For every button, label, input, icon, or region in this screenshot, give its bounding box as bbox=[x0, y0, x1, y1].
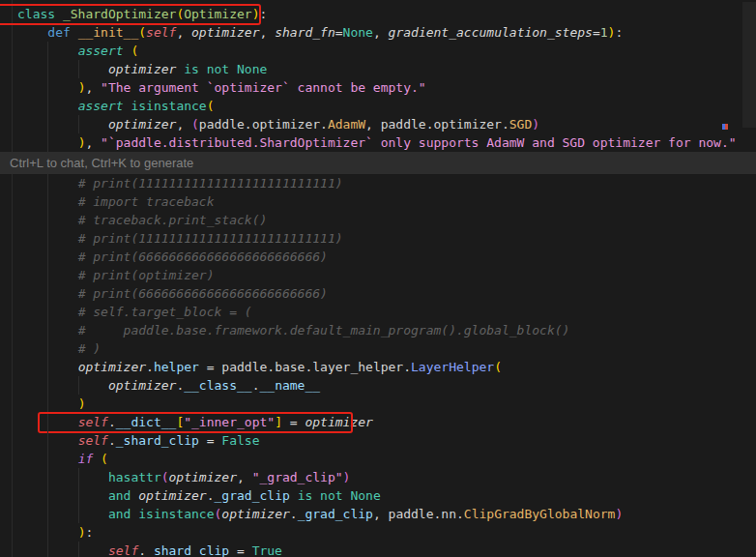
code-line: # paddle.base.framework.default_main_pro… bbox=[0, 321, 756, 339]
code-token: , bbox=[85, 135, 101, 150]
code-token bbox=[17, 488, 108, 503]
code-token: . bbox=[207, 488, 215, 503]
code-line: # print(11111111111111111111111111) bbox=[0, 174, 756, 192]
code-line: optimizer, (paddle.optimizer.AdamW, padd… bbox=[0, 115, 756, 133]
code-line: if ( bbox=[0, 450, 756, 468]
indent-guide bbox=[47, 303, 48, 321]
code-token bbox=[17, 543, 108, 557]
code-token: = bbox=[199, 433, 221, 448]
code-token: and bbox=[108, 507, 131, 521]
code-token bbox=[17, 507, 108, 521]
indent-guide bbox=[47, 523, 48, 542]
code-token: assert bbox=[78, 44, 124, 58]
code-token: # import traceback bbox=[78, 194, 215, 209]
code-token: "The argument `optimizer` cannot be empt… bbox=[101, 80, 426, 95]
indent-guide bbox=[47, 376, 48, 395]
code-token: self bbox=[108, 543, 138, 557]
code-token: = bbox=[593, 25, 600, 40]
code-token bbox=[229, 62, 237, 76]
code-token: = paddle.base.layer_helper. bbox=[199, 360, 411, 374]
indent-guide bbox=[47, 395, 48, 413]
code-token: ( bbox=[138, 25, 146, 40]
code-token: # print(666666666666666666666666) bbox=[78, 249, 328, 264]
code-line: # traceback.print_stack() bbox=[0, 211, 756, 229]
code-line: # print(11111111111111111111111111) bbox=[0, 229, 756, 248]
code-token: Optimizer bbox=[184, 7, 251, 21]
code-token: is bbox=[184, 62, 199, 76]
code-line: self._shard_clip = False bbox=[0, 431, 756, 450]
code-line: assert ( bbox=[0, 42, 756, 60]
code-token: __dict__ bbox=[116, 415, 177, 429]
indent-guide bbox=[78, 376, 79, 395]
code-token bbox=[17, 62, 108, 76]
code-line: # self.target_block = ( bbox=[0, 303, 756, 321]
code-token: _shard_clip bbox=[116, 433, 199, 448]
code-token: , bbox=[373, 25, 389, 40]
code-token: # paddle.base.framework.default_main_pro… bbox=[78, 323, 570, 337]
code-token: gradient_accumulation_steps bbox=[389, 25, 593, 40]
code-token bbox=[55, 7, 63, 21]
code-token bbox=[17, 378, 108, 393]
indent-guide bbox=[47, 42, 48, 60]
indent-guide bbox=[47, 211, 48, 229]
code-token: . bbox=[146, 360, 154, 374]
indent-guide bbox=[47, 321, 48, 339]
code-token: True bbox=[252, 543, 282, 557]
code-line: # ) bbox=[0, 339, 756, 358]
indent-guide bbox=[78, 468, 79, 486]
code-token: self bbox=[78, 433, 108, 448]
code-token: optimizer bbox=[305, 415, 372, 429]
code-area[interactable]: class _ShardOptimizer(Optimizer): def __… bbox=[0, 0, 756, 557]
code-token: = bbox=[335, 25, 343, 40]
code-line: # import traceback bbox=[0, 192, 756, 211]
code-line: optimizer.helper = paddle.base.layer_hel… bbox=[0, 358, 756, 376]
code-token: SGD bbox=[509, 117, 532, 132]
code-token: False bbox=[221, 433, 259, 448]
code-token bbox=[17, 117, 108, 132]
code-token bbox=[290, 488, 298, 503]
indent-guide bbox=[47, 468, 48, 486]
code-token: hasattr bbox=[108, 470, 161, 484]
code-token: , paddle.optimizer. bbox=[365, 117, 509, 132]
code-token: # ) bbox=[78, 341, 101, 356]
code-token: ) bbox=[343, 470, 351, 484]
code-token: , bbox=[260, 25, 276, 40]
code-token: LayerHelper bbox=[411, 360, 494, 374]
code-token: shard_fn bbox=[275, 25, 335, 40]
indent-guide bbox=[47, 486, 48, 505]
code-editor: class _ShardOptimizer(Optimizer): def __… bbox=[0, 0, 756, 557]
code-token: None bbox=[343, 25, 373, 40]
code-token: optimizer bbox=[221, 507, 289, 521]
code-line: assert isinstance( bbox=[0, 97, 756, 115]
code-token: optimizer bbox=[78, 360, 146, 374]
code-token: , paddle.nn. bbox=[373, 507, 464, 521]
code-token bbox=[93, 452, 101, 466]
code-token: # print(11111111111111111111111111) bbox=[78, 231, 343, 246]
code-token: optimizer bbox=[108, 117, 176, 132]
code-token: . bbox=[108, 433, 116, 448]
code-token: assert bbox=[78, 99, 124, 113]
code-token: "_inner_opt" bbox=[184, 415, 275, 429]
code-token: # print(666666666666666666666666) bbox=[78, 286, 328, 301]
code-line: self._shard_clip = True bbox=[0, 542, 756, 557]
indent-guide bbox=[47, 133, 48, 152]
code-token: : bbox=[85, 525, 93, 540]
indent-guide bbox=[47, 97, 48, 115]
code-line: class _ShardOptimizer(Optimizer): bbox=[0, 5, 756, 23]
code-token: : bbox=[615, 25, 623, 40]
code-token: class bbox=[17, 7, 55, 21]
code-token bbox=[71, 25, 78, 40]
code-token: _grad_clip bbox=[215, 488, 290, 503]
code-token: ( bbox=[101, 452, 108, 466]
indent-guide bbox=[47, 358, 48, 376]
code-token: = bbox=[282, 415, 305, 429]
indent-guide bbox=[47, 115, 48, 133]
indent-guide bbox=[78, 486, 79, 505]
code-token: not bbox=[207, 62, 229, 76]
code-token: # traceback.print_stack() bbox=[78, 213, 268, 227]
code-token: ( bbox=[131, 44, 138, 58]
indent-guide bbox=[47, 413, 48, 431]
code-line: hasattr(optimizer, "_grad_clip") bbox=[0, 468, 756, 486]
code-token: is bbox=[298, 488, 313, 503]
indent-guide bbox=[47, 60, 48, 78]
